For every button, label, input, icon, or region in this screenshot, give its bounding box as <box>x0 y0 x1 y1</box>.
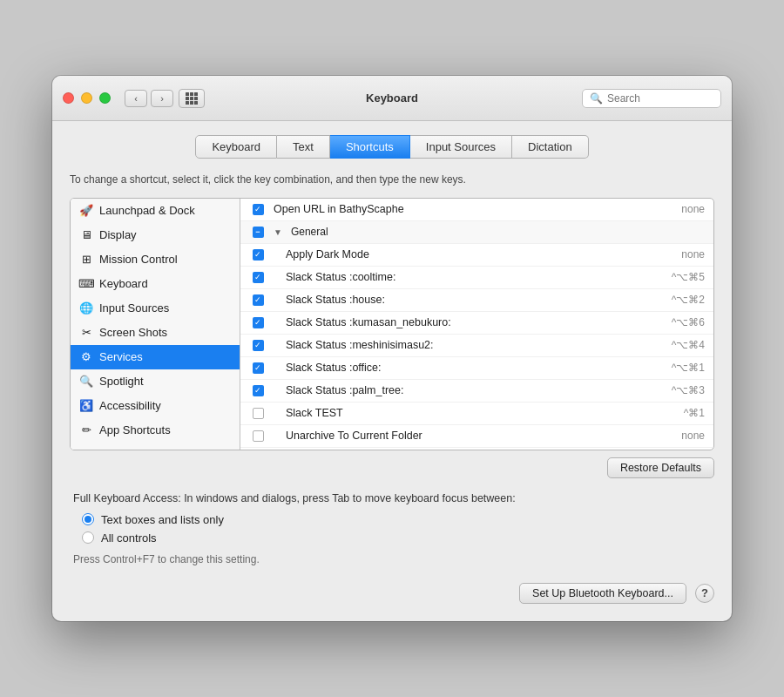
sidebar-item-accessibility[interactable]: ♿ Accessibility <box>71 394 240 418</box>
traffic-lights <box>63 92 111 104</box>
radio-label-all-controls: All controls <box>101 531 157 545</box>
forward-button[interactable]: › <box>151 90 173 107</box>
bottom-bar: Set Up Bluetooth Keyboard... ? <box>70 583 714 604</box>
restore-defaults-button[interactable]: Restore Defaults <box>607 457 714 478</box>
forward-icon: › <box>160 93 164 104</box>
sidebar-label-function-keys: Function Keys <box>99 448 171 450</box>
shortcut-name-slack-meshin: Slack Status :meshinisimasu2: <box>274 339 645 351</box>
shortcut-name-slack-palm: Slack Status :palm_tree: <box>274 384 645 396</box>
tabs-bar: Keyboard Text Shortcuts Input Sources Di… <box>70 135 714 159</box>
sidebar-label-services: Services <box>99 350 143 363</box>
checkbox-slack-house[interactable]: ✓ <box>249 294 267 306</box>
shortcut-key-slack-cool: ^⌥⌘5 <box>652 271 705 283</box>
shortcut-row-slack-house[interactable]: ✓ Slack Status :house: ^⌥⌘2 <box>240 289 713 312</box>
shortcuts-list: ✓ Open URL in BathyScaphe none − ▼ Gener… <box>240 199 713 450</box>
sidebar-item-keyboard[interactable]: ⌨ Keyboard <box>71 272 240 296</box>
sidebar-label-input-sources: Input Sources <box>99 301 169 315</box>
services-icon: ⚙ <box>79 350 93 364</box>
shortcut-name-open-url: Open URL in BathyScaphe <box>274 203 645 215</box>
maximize-button[interactable] <box>99 92 111 104</box>
spotlight-icon: 🔍 <box>79 375 93 389</box>
shortcut-name-slack-cool: Slack Status :cooltime: <box>274 271 645 283</box>
main-panel: 🚀 Launchpad & Dock 🖥 Display ⊞ Mission C… <box>70 198 714 450</box>
sidebar-item-screenshots[interactable]: ✂ Screen Shots <box>71 321 240 345</box>
radio-outer-all-controls <box>82 531 94 544</box>
radio-group: Text boxes and lists only All controls <box>82 513 711 545</box>
tab-keyboard[interactable]: Keyboard <box>195 135 277 159</box>
restore-row: Restore Defaults <box>70 457 714 478</box>
titlebar: ‹ › Keyboard 🔍 <box>52 76 732 121</box>
tab-dictation[interactable]: Dictation <box>512 135 589 159</box>
sidebar-item-services[interactable]: ⚙ Services <box>71 345 240 369</box>
close-button[interactable] <box>63 92 74 104</box>
sidebar-item-function-keys[interactable]: fn Function Keys <box>71 443 240 450</box>
checked-icon: ✓ <box>253 272 264 283</box>
shortcut-name-dark-mode: Apply Dark Mode <box>274 248 645 261</box>
bluetooth-keyboard-button[interactable]: Set Up Bluetooth Keyboard... <box>519 583 686 604</box>
shortcut-row-open-url[interactable]: ✓ Open URL in BathyScaphe none <box>240 199 713 221</box>
radio-label-text-boxes: Text boxes and lists only <box>101 513 224 526</box>
sidebar-item-input-sources[interactable]: 🌐 Input Sources <box>71 296 240 321</box>
shortcut-group-general[interactable]: − ▼ General <box>240 221 713 244</box>
sidebar-item-display[interactable]: 🖥 Display <box>71 223 240 247</box>
display-icon: 🖥 <box>79 228 93 242</box>
shortcut-name-unarchive: Unarchive To Current Folder <box>274 430 645 442</box>
back-button[interactable]: ‹ <box>125 90 147 107</box>
shortcut-row-dark-mode[interactable]: ✓ Apply Dark Mode none <box>240 244 713 267</box>
checked-icon: ✓ <box>253 385 264 396</box>
function-keys-icon: fn <box>79 448 93 450</box>
keyboard-icon: ⌨ <box>79 277 93 291</box>
fka-section: Full Keyboard Access: In windows and dia… <box>70 492 714 565</box>
shortcut-row-unarchive[interactable]: Unarchive To Current Folder none <box>240 425 713 448</box>
fka-hint: Press Control+F7 to change this setting. <box>73 553 711 565</box>
checkbox-general[interactable]: − <box>249 227 267 238</box>
sidebar-item-launchpad[interactable]: 🚀 Launchpad & Dock <box>71 199 240 223</box>
sidebar-item-spotlight[interactable]: 🔍 Spotlight <box>71 369 240 394</box>
nav-buttons: ‹ › <box>125 90 173 107</box>
checked-icon: ✓ <box>253 204 264 215</box>
keyboard-preferences-window: ‹ › Keyboard 🔍 Keyboard Text Shortcuts <box>52 76 732 621</box>
checkbox-slack-test[interactable] <box>249 408 267 419</box>
shortcut-name-general: General <box>291 226 645 238</box>
sidebar-label-accessibility: Accessibility <box>99 399 161 412</box>
sidebar-label-launchpad: Launchpad & Dock <box>99 204 195 217</box>
minimize-button[interactable] <box>81 92 92 104</box>
checkbox-slack-cool[interactable]: ✓ <box>249 272 267 283</box>
shortcut-key-slack-test: ^⌘1 <box>652 407 705 419</box>
tab-shortcuts[interactable]: Shortcuts <box>330 135 410 159</box>
grid-button[interactable] <box>179 89 205 108</box>
shortcut-key-slack-palm: ^⌥⌘3 <box>652 384 705 396</box>
search-box[interactable]: 🔍 <box>582 89 721 108</box>
checkbox-slack-palm[interactable]: ✓ <box>249 385 267 396</box>
checkbox-open-url[interactable]: ✓ <box>249 204 267 215</box>
shortcut-row-slack-meshin[interactable]: ✓ Slack Status :meshinisimasu2: ^⌥⌘4 <box>240 335 713 357</box>
sidebar-item-mission-control[interactable]: ⊞ Mission Control <box>71 247 240 272</box>
sidebar-label-keyboard: Keyboard <box>99 277 148 290</box>
search-input[interactable] <box>607 92 713 105</box>
tab-text[interactable]: Text <box>277 135 330 159</box>
checkbox-dark-mode[interactable]: ✓ <box>249 249 267 261</box>
expand-icon: ▼ <box>274 227 282 237</box>
sidebar-item-app-shortcuts[interactable]: ✏ App Shortcuts <box>71 418 240 443</box>
help-button[interactable]: ? <box>695 584 714 603</box>
checkbox-unarchive[interactable] <box>249 430 267 442</box>
shortcut-row-slack-office[interactable]: ✓ Slack Status :office: ^⌥⌘1 <box>240 357 713 380</box>
radio-all-controls[interactable]: All controls <box>82 531 711 545</box>
description-text: To change a shortcut, select it, click t… <box>70 173 714 187</box>
shortcut-row-slack-cool[interactable]: ✓ Slack Status :cooltime: ^⌥⌘5 <box>240 267 713 289</box>
mission-control-icon: ⊞ <box>79 253 93 267</box>
checkbox-slack-kumasan[interactable]: ✓ <box>249 317 267 328</box>
app-shortcuts-icon: ✏ <box>79 423 93 437</box>
unchecked-icon <box>253 408 264 419</box>
shortcut-key-slack-meshin: ^⌥⌘4 <box>652 339 705 351</box>
radio-text-boxes[interactable]: Text boxes and lists only <box>82 513 711 526</box>
shortcut-row-slack-kumasan[interactable]: ✓ Slack Status :kumasan_nebukuro: ^⌥⌘6 <box>240 312 713 335</box>
shortcut-name-slack-test: Slack TEST <box>274 407 645 419</box>
window-title: Keyboard <box>366 91 418 105</box>
checkbox-slack-office[interactable]: ✓ <box>249 362 267 374</box>
checkbox-slack-meshin[interactable]: ✓ <box>249 340 267 351</box>
shortcut-row-slack-palm[interactable]: ✓ Slack Status :palm_tree: ^⌥⌘3 <box>240 380 713 403</box>
tab-input-sources[interactable]: Input Sources <box>410 135 512 159</box>
shortcut-row-slack-test[interactable]: Slack TEST ^⌘1 <box>240 403 713 425</box>
grid-icon <box>186 92 198 105</box>
